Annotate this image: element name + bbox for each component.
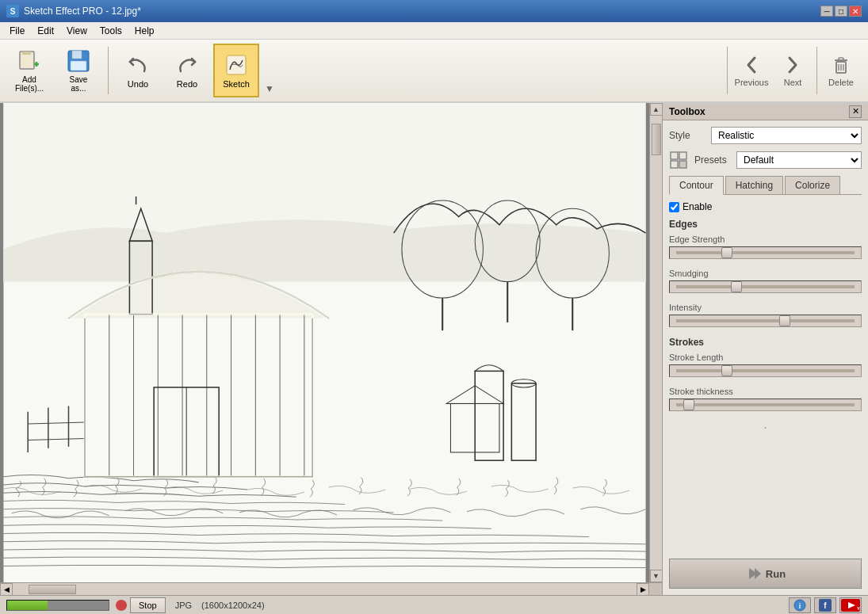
vertical-scrollbar[interactable]: ▲ ▼ [649,103,662,582]
progress-bar [6,600,109,611]
stroke-thickness-thumb[interactable] [683,399,694,410]
tab-contour[interactable]: Contour [669,176,724,195]
svg-rect-7 [72,51,82,59]
scroll-track[interactable] [650,116,662,570]
stroke-thickness-slider[interactable] [669,399,862,411]
enable-label[interactable]: Enable [683,201,712,212]
sketch-label: Sketch [223,79,250,89]
info-icon-box[interactable]: i [789,597,811,613]
add-file-icon [17,48,42,74]
scroll-down-button[interactable]: ▼ [650,570,663,582]
menu-edit[interactable]: Edit [31,24,60,38]
scroll-h-track[interactable] [13,583,637,595]
run-button[interactable]: Run [669,559,862,589]
style-row: Style Realistic [669,127,862,144]
smudging-slider-container: Smudging [669,269,862,293]
edges-section-header: Edges [669,219,862,230]
stroke-length-slider[interactable] [669,364,862,377]
status-icons: i f You [789,597,862,613]
horizontal-scrollbar[interactable]: ◀ ▶ [0,582,662,595]
app-icon: S [6,5,19,17]
add-files-button[interactable]: Add File(s)... [6,44,52,97]
menu-file[interactable]: File [3,24,31,38]
youtube-icon: You [841,599,860,612]
minimize-button[interactable]: ─ [820,6,833,17]
close-button[interactable]: ✕ [849,6,862,17]
svg-rect-53 [679,161,686,168]
facebook-icon-box[interactable]: f [814,597,836,613]
stop-button-container: Stop [116,597,166,613]
strokes-section-header: Strokes [669,337,862,348]
svg-text:You: You [857,606,860,611]
svg-text:S: S [10,7,16,16]
file-format: JPG [175,601,192,610]
stop-button[interactable]: Stop [130,597,166,613]
edge-strength-thumb[interactable] [721,247,732,258]
scroll-thumb[interactable] [652,124,661,155]
stroke-length-track [676,369,855,372]
window-controls: ─ □ ✕ [820,6,862,17]
intensity-label: Intensity [669,303,862,312]
menu-tools[interactable]: Tools [94,24,128,38]
intensity-track [676,319,855,322]
toolbox-content: Style Realistic Presets [663,120,868,552]
undo-icon [125,52,151,78]
menu-help[interactable]: Help [128,24,161,38]
smudging-thumb[interactable] [731,281,742,292]
next-label: Next [784,78,802,87]
scroll-h-thumb[interactable] [29,585,76,594]
scrollbar-corner [649,583,662,596]
stroke-length-label: Stroke Length [669,353,862,362]
tab-hatching[interactable]: Hatching [725,176,783,194]
svg-rect-52 [671,161,678,168]
run-label: Run [766,568,786,580]
run-icon [745,566,761,582]
menu-view[interactable]: View [60,24,94,38]
toolbox-close-button[interactable]: ✕ [849,105,862,118]
smudging-slider[interactable] [669,280,862,293]
progress-bar-fill [7,601,48,610]
next-button[interactable]: Next [772,44,813,97]
presets-icon [669,151,688,170]
youtube-icon-box[interactable]: You [839,597,862,613]
sketch-image [0,103,649,582]
svg-rect-50 [671,152,678,159]
canvas-container: ▲ ▼ ◀ ▶ [0,103,662,595]
edge-strength-slider[interactable] [669,246,862,259]
add-files-label: Add File(s)... [15,75,44,93]
save-as-button[interactable]: Save as... [55,44,101,97]
intensity-thumb[interactable] [779,315,790,326]
delete-button[interactable]: Delete [820,44,862,97]
intensity-slider[interactable] [669,315,862,327]
sketch-icon [224,52,249,78]
prev-icon [740,54,763,76]
stroke-length-thumb[interactable] [721,365,732,376]
main-content: ▲ ▼ ◀ ▶ Toolbox ✕ Style [0,103,868,595]
svg-rect-12 [839,58,843,60]
enable-checkbox[interactable] [669,202,679,212]
canvas-area[interactable] [0,103,649,582]
intensity-slider-container: Intensity [669,303,862,327]
svg-marker-55 [755,568,761,579]
undo-button[interactable]: Undo [115,44,161,97]
redo-icon [174,52,200,78]
maximize-button[interactable]: □ [835,6,847,17]
edge-strength-label: Edge Strength [669,235,862,244]
delete-label: Delete [828,78,854,87]
sketch-button[interactable]: Sketch [213,44,259,97]
status-bar: Stop JPG (1600x1200x24) i f You [0,595,868,614]
svg-rect-8 [71,61,86,71]
toolbar-sep-1 [108,47,109,94]
redo-label: Redo [177,79,197,89]
style-select[interactable]: Realistic [711,127,862,144]
presets-select[interactable]: Default [736,151,862,169]
scroll-left-button[interactable]: ◀ [0,583,13,596]
tab-colorize[interactable]: Colorize [785,176,840,194]
svg-text:i: i [799,602,801,610]
redo-button[interactable]: Redo [164,44,210,97]
scroll-right-button[interactable]: ▶ [637,583,649,596]
smudging-track [676,285,855,288]
more-dropdown-button[interactable]: ▼ [262,44,277,97]
scroll-up-button[interactable]: ▲ [650,103,663,116]
previous-button[interactable]: Previous [731,44,772,97]
